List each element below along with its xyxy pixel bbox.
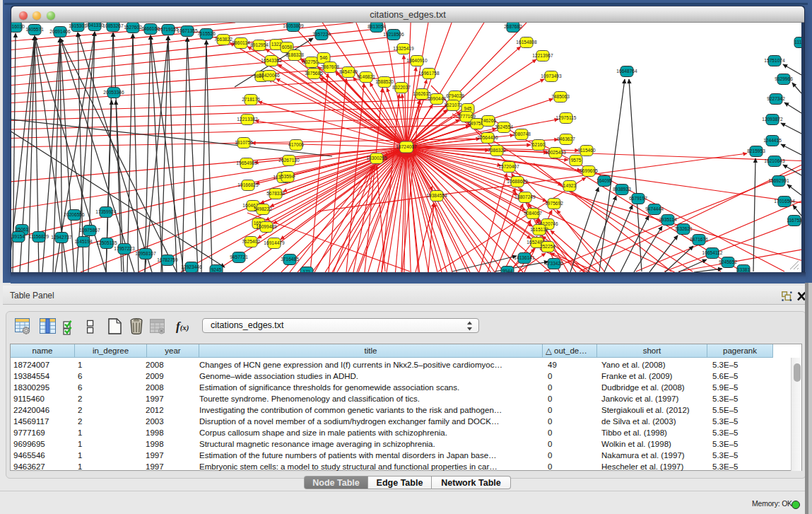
svg-text:8454749: 8454749 [339,69,358,74]
svg-text:14923: 14923 [563,183,577,188]
svg-text:7485063: 7485063 [551,94,570,99]
svg-text:6794028: 6794028 [446,93,464,98]
svg-text:15692991: 15692991 [768,178,789,183]
svg-text:7357224: 7357224 [312,32,331,37]
svg-text:8215953: 8215953 [747,148,765,153]
svg-text:12213382: 12213382 [237,117,258,122]
svg-text:53594: 53594 [281,174,295,179]
svg-text:5678334: 5678334 [266,191,285,196]
svg-text:7632621: 7632621 [674,226,693,231]
svg-text:19384554: 19384554 [426,193,447,198]
svg-text:6058: 6058 [282,45,293,49]
svg-text:417006: 417006 [288,142,304,147]
svg-text:6990448: 6990448 [428,96,446,101]
svg-text:16543362: 16543362 [261,58,282,63]
svg-text:7386322: 7386322 [488,148,506,153]
svg-text:2718176: 2718176 [242,97,260,102]
svg-text:18724007: 18724007 [396,144,417,149]
svg-text:20691406: 20691406 [49,29,71,34]
svg-text:13325419: 13325419 [393,46,414,51]
svg-text:3716485: 3716485 [281,257,299,262]
svg-text:3624554: 3624554 [495,124,513,129]
svg-text:19166825: 19166825 [237,182,259,187]
svg-text:2616030: 2616030 [11,24,25,29]
svg-text:1588520: 1588520 [375,79,394,84]
svg-text:16782759: 16782759 [157,257,178,262]
svg-text:1810755: 1810755 [235,140,253,145]
svg-text:1322: 1322 [271,42,282,47]
svg-text:9146821: 9146821 [357,74,375,79]
svg-text:17359924: 17359924 [95,209,117,214]
svg-text:39154: 39154 [12,234,25,239]
svg-text:9245652: 9245652 [719,259,737,264]
svg-text:23420046: 23420046 [259,73,280,78]
svg-text:945: 945 [464,106,471,111]
svg-text:20053346: 20053346 [103,90,124,95]
svg-text:1733426: 1733426 [545,261,563,266]
svg-text:18640910: 18640910 [406,58,428,63]
svg-text:1080748: 1080748 [512,132,531,136]
svg-text:1145194: 1145194 [74,239,93,244]
svg-text:8186328: 8186328 [286,52,304,57]
svg-text:12505135: 12505135 [96,240,117,245]
svg-text:16961758: 16961758 [418,71,440,76]
svg-text:10671355: 10671355 [177,28,198,33]
svg-text:16648764: 16648764 [616,69,637,74]
svg-text:19654983: 19654983 [236,160,257,165]
svg-text:9227342: 9227342 [767,96,785,101]
svg-text:9699695: 9699695 [579,168,598,173]
svg-text:252254: 252254 [540,244,555,249]
svg-text:15720407: 15720407 [498,164,519,169]
svg-text:7515526: 7515526 [197,31,216,36]
svg-text:16154808: 16154808 [516,40,537,45]
svg-text:15751074: 15751074 [764,58,785,63]
svg-text:1527602: 1527602 [124,25,142,30]
svg-text:6679197: 6679197 [629,196,647,201]
svg-text:1975692: 1975692 [545,201,563,206]
svg-text:7663822: 7663822 [214,37,233,42]
svg-text:9457721: 9457721 [230,255,248,259]
svg-text:9041310: 9041310 [86,23,104,28]
svg-text:12942737: 12942737 [51,235,72,240]
svg-text:14136141: 14136141 [514,255,535,260]
svg-text:9084067: 9084067 [524,211,542,216]
svg-text:8813054: 8813054 [367,24,386,29]
svg-text:6466160: 6466160 [141,26,160,31]
svg-text:2935114: 2935114 [659,217,677,222]
svg-text:9329966: 9329966 [775,76,793,81]
svg-text:10973493: 10973493 [541,74,562,78]
svg-text:9860114: 9860114 [232,40,250,45]
svg-text:62160: 62160 [532,142,546,147]
svg-text:546: 546 [319,55,327,60]
svg-text:1615132: 1615132 [530,227,548,232]
svg-text:164095: 164095 [596,178,612,183]
svg-text:1244415: 1244415 [763,138,782,143]
svg-text:116753: 116753 [787,218,801,223]
svg-text:10688609: 10688609 [507,179,528,184]
svg-text:2867608: 2867608 [321,64,339,69]
svg-text:11156829: 11156829 [29,234,49,239]
svg-text:9474444: 9474444 [645,206,664,211]
svg-text:746266: 746266 [481,118,496,123]
svg-text:1621072: 1621072 [444,103,462,107]
svg-text:9245: 9245 [211,267,222,272]
svg-text:20564436: 20564436 [477,135,498,140]
svg-text:17957223: 17957223 [114,246,135,251]
svg-text:17016504: 17016504 [774,199,795,204]
svg-text:18807249: 18807249 [514,194,536,199]
svg-text:11171: 11171 [794,40,801,45]
svg-text:10853267: 10853267 [102,23,124,28]
svg-text:10654112: 10654112 [702,250,723,255]
svg-text:1405571: 1405571 [25,27,44,32]
svg-text:10975867: 10975867 [79,228,100,233]
svg-text:16053809: 16053809 [283,23,304,28]
svg-text:16210643: 16210643 [764,158,785,163]
svg-text:8322037: 8322037 [392,85,411,90]
svg-text:5498222: 5498222 [254,206,272,211]
svg-text:8471676: 8471676 [690,237,708,242]
svg-text:12213967: 12213967 [532,53,553,58]
svg-text:10025433: 10025433 [545,150,566,155]
svg-text:18300295: 18300295 [366,156,387,160]
svg-text:1362615: 1362615 [413,91,431,96]
svg-text:12093872: 12093872 [762,117,783,122]
